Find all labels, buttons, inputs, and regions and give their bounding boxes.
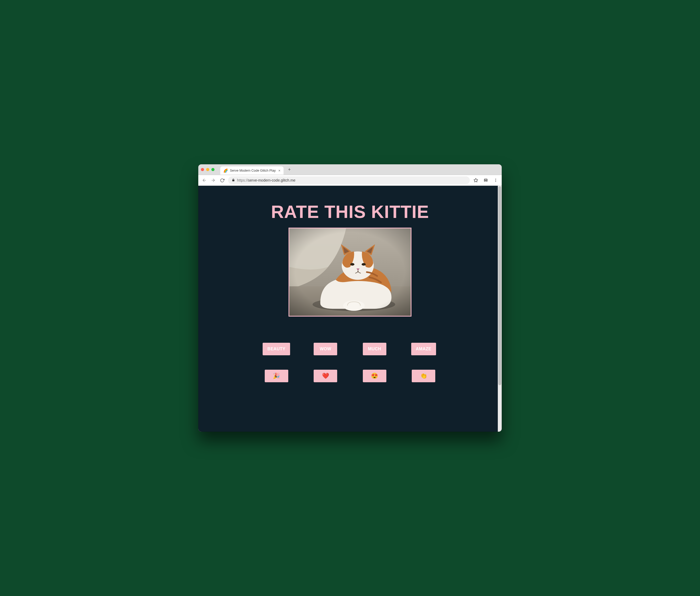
profile-button[interactable] [483,177,489,183]
rate-amaze-button[interactable]: AMAZE [411,343,436,355]
window-minimize-button[interactable] [206,168,209,171]
tab-title: Serve Modern Code Glitch Play [230,169,276,172]
svg-rect-15 [289,228,411,316]
rate-tada-button[interactable]: 🎉 [265,370,288,382]
url-text: https://serve-modern-code.glitch.me [237,178,295,182]
arrow-right-icon [211,178,216,183]
window-controls [201,168,215,171]
forward-button[interactable] [210,177,216,183]
tab-strip: 🌈 Serve Modern Code Glitch Play × + [198,164,502,175]
rate-hearteyes-button[interactable]: 😍 [363,370,386,382]
rate-wow-button[interactable]: WOW [314,343,337,355]
svg-point-6 [496,180,496,181]
scrollbar-thumb[interactable] [498,186,501,385]
scrollbar[interactable] [498,186,502,432]
browser-tab[interactable]: 🌈 Serve Modern Code Glitch Play × [220,166,283,175]
bookmark-button[interactable] [473,177,479,183]
new-tab-button[interactable]: + [286,166,293,173]
window-close-button[interactable] [201,168,204,171]
lock-icon [232,178,235,182]
arrow-left-icon [202,178,207,183]
tab-close-button[interactable]: × [278,169,280,173]
rate-clap-button[interactable]: 👏 [412,370,435,382]
address-bar[interactable]: https://serve-modern-code.glitch.me [228,176,470,184]
svg-point-5 [496,179,496,179]
cat-illustration-icon [289,228,411,316]
browser-toolbar: https://serve-modern-code.glitch.me [198,175,502,186]
rating-buttons: BEAUTY WOW MUCH AMAZE 🎉 ❤️ 😍 👏 [264,343,436,382]
page-content: RATE THIS KITTIE [198,186,502,414]
rate-heart-button[interactable]: ❤️ [314,370,337,382]
kebab-menu-icon [494,178,498,182]
page-heading: RATE THIS KITTIE [271,201,429,222]
toolbar-right [473,177,499,183]
rate-much-button[interactable]: MUCH [363,343,386,355]
page-viewport: RATE THIS KITTIE [198,186,502,432]
menu-button[interactable] [493,177,499,183]
back-button[interactable] [201,177,207,183]
star-icon [473,178,478,183]
page-scroll-area[interactable]: RATE THIS KITTIE [198,186,502,432]
kittie-photo [289,228,411,317]
incognito-icon [483,178,488,183]
rate-beauty-button[interactable]: BEAUTY [262,343,290,355]
svg-marker-2 [474,178,478,182]
tab-favicon-icon: 🌈 [223,169,228,172]
browser-window: 🌈 Serve Modern Code Glitch Play × + http… [198,164,502,432]
reload-icon [220,178,224,183]
reload-button[interactable] [219,177,225,183]
svg-point-7 [496,181,496,182]
window-zoom-button[interactable] [211,168,215,171]
